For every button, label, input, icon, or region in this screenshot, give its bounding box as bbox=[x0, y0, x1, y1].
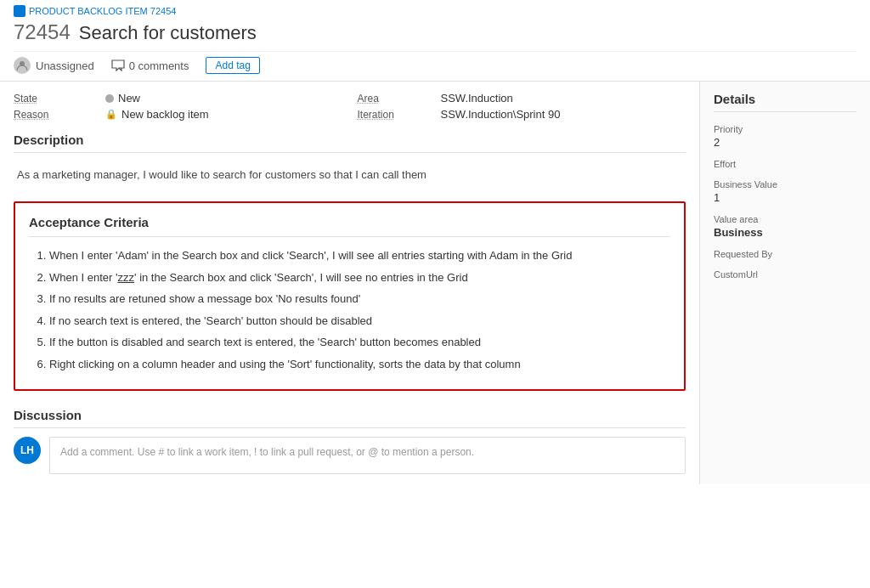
avatar: LH bbox=[14, 437, 41, 464]
details-title: Details bbox=[714, 92, 856, 112]
top-bar: PRODUCT BACKLOG ITEM 72454 72454 Search … bbox=[0, 0, 870, 82]
discussion-title: Discussion bbox=[14, 408, 686, 428]
ac-list: When I enter 'Adam' in the Search box an… bbox=[29, 247, 670, 372]
comment-input-row: LH Add a comment. Use # to link a work i… bbox=[14, 437, 686, 474]
state-dot bbox=[105, 94, 114, 103]
discussion-section: Discussion LH Add a comment. Use # to li… bbox=[14, 408, 686, 474]
priority-value: 2 bbox=[714, 136, 856, 149]
list-item: If no results are retuned show a message… bbox=[49, 291, 670, 308]
comment-input[interactable]: Add a comment. Use # to link a work item… bbox=[49, 437, 686, 474]
priority-item: Priority 2 bbox=[714, 124, 856, 149]
list-item: If the button is disabled and search tex… bbox=[49, 334, 670, 351]
value-area-label: Value area bbox=[714, 214, 856, 224]
custom-url-item: CustomUrl bbox=[714, 269, 856, 280]
comments-count: 0 comments bbox=[129, 59, 189, 72]
breadcrumb: PRODUCT BACKLOG ITEM 72454 bbox=[14, 5, 856, 17]
requested-by-item: Requested By bbox=[714, 249, 856, 259]
iteration-value: SSW.Induction\Sprint 90 bbox=[441, 108, 686, 121]
right-panel: Details Priority 2 Effort Business Value… bbox=[700, 82, 870, 484]
custom-url-label: CustomUrl bbox=[714, 269, 856, 280]
area-label: Area bbox=[358, 93, 434, 105]
list-item: If no search text is entered, the 'Searc… bbox=[49, 313, 670, 330]
meta-row: Unassigned 0 comments Add tag bbox=[14, 51, 856, 81]
list-item: Right clicking on a column header and us… bbox=[49, 356, 670, 373]
description-text: As a marketing manager, I would like to … bbox=[14, 161, 686, 188]
title-row: 72454 Search for customers bbox=[14, 20, 856, 51]
value-area-value: Business bbox=[714, 226, 856, 239]
breadcrumb-text: PRODUCT BACKLOG ITEM 72454 bbox=[29, 6, 176, 16]
business-value-item: Business Value 1 bbox=[714, 179, 856, 204]
reason-label: Reason bbox=[14, 109, 99, 121]
area-value: SSW.Induction bbox=[441, 92, 686, 105]
underline-text: zzz bbox=[118, 271, 135, 284]
iteration-label: Iteration bbox=[358, 109, 434, 121]
item-id: 72454 bbox=[14, 20, 71, 44]
fields-grid: State New Area SSW.Induction Reason 🔒 Ne… bbox=[14, 92, 686, 121]
list-item: When I enter 'Adam' in the Search box an… bbox=[49, 247, 670, 264]
requested-by-label: Requested By bbox=[714, 249, 856, 259]
list-item: When I enter 'zzz' in the Search box and… bbox=[49, 269, 670, 286]
assignee-label: Unassigned bbox=[36, 59, 94, 72]
main-content: State New Area SSW.Induction Reason 🔒 Ne… bbox=[0, 82, 870, 484]
state-label: State bbox=[14, 93, 99, 105]
left-panel: State New Area SSW.Induction Reason 🔒 Ne… bbox=[0, 82, 700, 484]
effort-label: Effort bbox=[714, 159, 856, 169]
assignee[interactable]: Unassigned bbox=[14, 57, 94, 74]
effort-item: Effort bbox=[714, 159, 856, 169]
assignee-icon bbox=[14, 57, 31, 74]
product-backlog-icon bbox=[14, 5, 25, 17]
state-value: New bbox=[105, 92, 351, 105]
business-value-value: 1 bbox=[714, 191, 856, 204]
ac-title: Acceptance Criteria bbox=[29, 215, 670, 237]
add-tag-button[interactable]: Add tag bbox=[206, 57, 259, 74]
priority-label: Priority bbox=[714, 124, 856, 134]
description-section-title: Description bbox=[14, 133, 686, 153]
acceptance-criteria-box: Acceptance Criteria When I enter 'Adam' … bbox=[14, 201, 686, 391]
value-area-item: Value area Business bbox=[714, 214, 856, 239]
reason-value: 🔒 New backlog item bbox=[105, 108, 351, 121]
item-title: Search for customers bbox=[79, 22, 257, 44]
business-value-label: Business Value bbox=[714, 179, 856, 189]
lock-icon: 🔒 bbox=[105, 109, 117, 120]
comments-button[interactable]: 0 comments bbox=[111, 59, 189, 72]
